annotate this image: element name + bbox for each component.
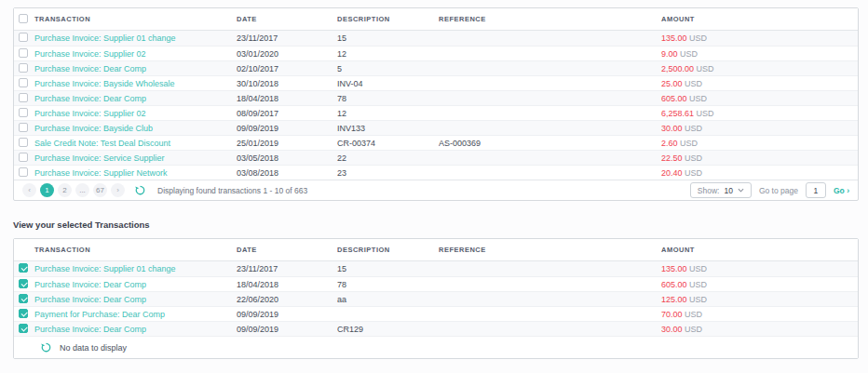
go-button[interactable]: Go › xyxy=(834,186,849,195)
transaction-link[interactable]: Payment for Purchase: Dear Comp xyxy=(34,310,237,319)
row-checkbox[interactable] xyxy=(19,78,28,87)
checkbox-cell xyxy=(14,153,34,164)
amount-cell: 22.50 USD xyxy=(661,153,858,163)
table-row: Purchase Invoice: Dear Comp 02/10/2017 5… xyxy=(14,60,858,75)
row-checkbox[interactable] xyxy=(19,153,28,162)
page-button-2[interactable]: 2 xyxy=(58,183,72,197)
pagination-status: Displaying found transactions 1 - 10 of … xyxy=(157,186,307,195)
amount-cell: 135.00 USD xyxy=(661,33,858,43)
page-button-67[interactable]: 67 xyxy=(93,183,107,197)
transaction-link[interactable]: Purchase Invoice: Dear Comp xyxy=(34,94,237,103)
description-cell: INV-04 xyxy=(337,79,439,88)
transaction-link[interactable]: Purchase Invoice: Supplier Network xyxy=(34,168,237,178)
column-header-amount: AMOUNT xyxy=(661,246,858,254)
checkbox-cell xyxy=(14,78,34,89)
column-header-amount: AMOUNT xyxy=(661,15,858,23)
date-cell: 08/09/2017 xyxy=(237,109,337,118)
chevron-down-icon xyxy=(738,188,744,193)
table-row: Purchase Invoice: Supplier 01 change 23/… xyxy=(14,261,858,276)
table-row: Purchase Invoice: Supplier 02 08/09/2017… xyxy=(14,105,858,120)
refresh-icon xyxy=(41,342,51,353)
transaction-link[interactable]: Purchase Invoice: Supplier 01 change xyxy=(34,264,237,273)
transaction-link[interactable]: Purchase Invoice: Bayside Club xyxy=(34,124,237,133)
row-checkbox[interactable] xyxy=(19,93,28,102)
table-row: Purchase Invoice: Dear Comp 18/04/2018 7… xyxy=(14,276,858,291)
row-checkbox-checked[interactable] xyxy=(19,309,28,318)
column-header-transaction: TRANSACTION xyxy=(34,15,237,23)
select-all-checkbox[interactable] xyxy=(19,14,28,23)
date-cell: 02/10/2017 xyxy=(237,64,337,73)
checkbox-cell xyxy=(14,63,34,74)
amount-cell: 125.00 USD xyxy=(661,295,858,304)
reference-cell: AS-000369 xyxy=(439,139,661,148)
selected-rows: Purchase Invoice: Supplier 01 change 23/… xyxy=(14,261,858,336)
date-cell: 25/01/2019 xyxy=(237,139,337,148)
row-checkbox-checked[interactable] xyxy=(19,263,28,273)
date-cell: 09/09/2019 xyxy=(237,325,337,334)
column-header-reference: REFERENCE xyxy=(439,15,661,23)
checkbox-cell xyxy=(14,279,34,290)
row-checkbox[interactable] xyxy=(19,63,28,73)
next-page-button[interactable]: › xyxy=(111,183,125,197)
transaction-link[interactable]: Sale Credit Note: Test Deal Discount xyxy=(34,139,237,148)
select-all-cell xyxy=(14,14,34,25)
transaction-link[interactable]: Purchase Invoice: Service Supplier xyxy=(34,153,237,163)
description-cell: 78 xyxy=(337,94,439,103)
row-checkbox[interactable] xyxy=(19,33,28,42)
table-row: Payment for Purchase: Dear Comp 09/09/20… xyxy=(14,306,858,321)
refresh-button[interactable] xyxy=(135,185,145,195)
column-header-description: DESCRIPTION xyxy=(337,246,439,254)
amount-cell: 2,500.00 USD xyxy=(661,64,858,73)
results-rows: Purchase Invoice: Supplier 01 change 23/… xyxy=(14,31,858,180)
page-ellipsis[interactable]: ... xyxy=(75,183,89,197)
row-checkbox[interactable] xyxy=(19,108,28,117)
prev-page-button[interactable]: ‹ xyxy=(22,183,36,197)
checkbox-cell xyxy=(14,138,34,149)
table-row: Purchase Invoice: Bayside Wholesale 30/1… xyxy=(14,75,858,90)
table-row: Purchase Invoice: Supplier 01 change 23/… xyxy=(14,31,858,46)
row-checkbox[interactable] xyxy=(19,138,28,147)
results-table: TRANSACTION DATE DESCRIPTION REFERENCE A… xyxy=(13,7,859,201)
row-checkbox-checked[interactable] xyxy=(19,294,28,303)
selected-header-row: TRANSACTION DATE DESCRIPTION REFERENCE A… xyxy=(14,239,858,261)
goto-page-label: Go to page xyxy=(759,186,798,195)
table-row: Purchase Invoice: Dear Comp 09/09/2019 C… xyxy=(14,321,858,336)
date-cell: 09/09/2019 xyxy=(237,310,337,319)
refresh-icon xyxy=(135,185,145,195)
row-checkbox-checked[interactable] xyxy=(19,279,28,288)
checkbox-cell xyxy=(14,93,34,104)
amount-cell: 30.00 USD xyxy=(661,124,858,133)
row-checkbox[interactable] xyxy=(19,123,28,132)
checkbox-cell xyxy=(14,294,34,305)
selected-table: TRANSACTION DATE DESCRIPTION REFERENCE A… xyxy=(13,238,859,359)
column-header-date: DATE xyxy=(237,15,337,23)
row-checkbox-checked[interactable] xyxy=(19,324,28,333)
empty-state-row: No data to display xyxy=(14,336,858,358)
transaction-link[interactable]: Purchase Invoice: Supplier 02 xyxy=(34,109,237,118)
date-cell: 18/04/2018 xyxy=(237,280,337,289)
transaction-link[interactable]: Purchase Invoice: Dear Comp xyxy=(34,295,237,304)
table-row: Purchase Invoice: Dear Comp 18/04/2018 7… xyxy=(14,90,858,105)
table-row: Purchase Invoice: Supplier 02 03/01/2020… xyxy=(14,46,858,60)
show-per-page-dropdown[interactable]: Show: 10 xyxy=(690,182,752,198)
table-row: Purchase Invoice: Service Supplier 03/05… xyxy=(14,150,858,165)
refresh-button[interactable] xyxy=(41,342,51,353)
transaction-link[interactable]: Purchase Invoice: Supplier 01 change xyxy=(34,33,237,43)
transaction-link[interactable]: Purchase Invoice: Bayside Wholesale xyxy=(34,79,237,88)
transaction-link[interactable]: Purchase Invoice: Dear Comp xyxy=(34,64,237,73)
transaction-link[interactable]: Purchase Invoice: Dear Comp xyxy=(34,280,237,289)
description-cell: INV133 xyxy=(337,124,439,133)
transaction-link[interactable]: Purchase Invoice: Dear Comp xyxy=(34,325,237,334)
date-cell: 23/11/2017 xyxy=(237,33,337,43)
goto-page-input[interactable] xyxy=(806,182,826,198)
row-checkbox[interactable] xyxy=(19,48,28,58)
amount-cell: 70.00 USD xyxy=(661,310,858,319)
page-button-1[interactable]: 1 xyxy=(40,183,54,197)
description-cell: CR-00374 xyxy=(337,139,439,148)
description-cell: 15 xyxy=(337,33,439,43)
row-checkbox[interactable] xyxy=(19,167,28,177)
amount-cell: 2.60 USD xyxy=(661,139,858,148)
amount-cell: 605.00 USD xyxy=(661,280,858,289)
transaction-link[interactable]: Purchase Invoice: Supplier 02 xyxy=(34,49,237,59)
date-cell: 30/10/2018 xyxy=(237,79,337,88)
